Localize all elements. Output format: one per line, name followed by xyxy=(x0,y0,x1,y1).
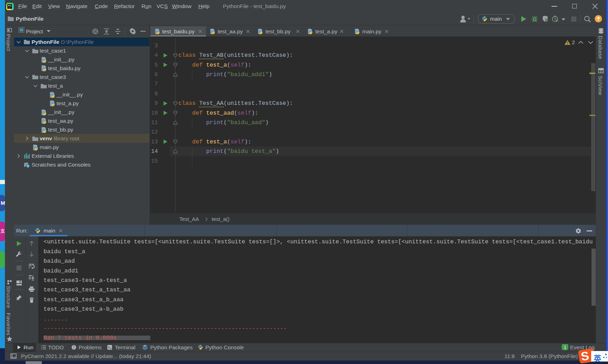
svg-text:1: 1 xyxy=(564,345,566,350)
